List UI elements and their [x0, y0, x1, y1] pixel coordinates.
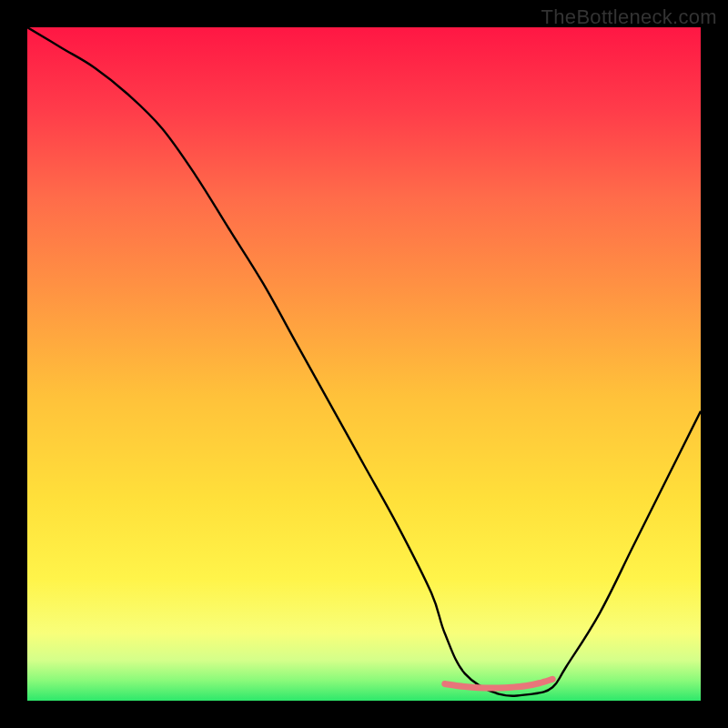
chart-area [27, 27, 701, 701]
bottleneck-chart [27, 27, 701, 701]
watermark-text: TheBottleneck.com [541, 5, 717, 29]
gradient-background [27, 27, 701, 701]
